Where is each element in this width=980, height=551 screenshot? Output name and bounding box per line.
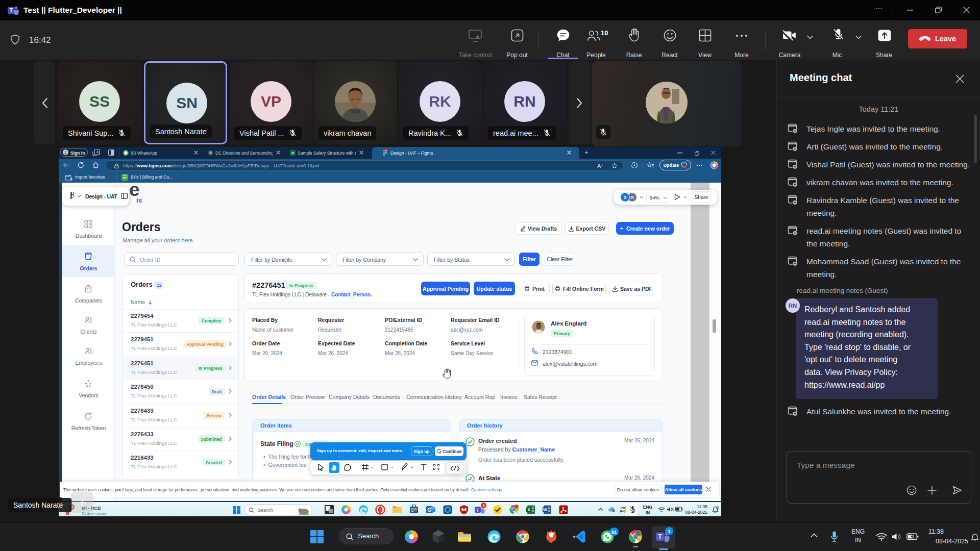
order-row[interactable]: 2276450TL Flex Holdings LLCDraft: [123, 380, 238, 404]
shared-sync-icon[interactable]: [619, 506, 626, 513]
shared-lang2[interactable]: IN: [642, 510, 653, 515]
browser-menu-icon[interactable]: [696, 164, 702, 166]
participant-tile-vikram[interactable]: vikram chavan: [314, 61, 397, 144]
new-tab-icon[interactable]: +: [584, 148, 589, 156]
read-aloud-icon[interactable]: A: [597, 163, 603, 169]
bills-bookmark-label[interactable]: Bills | Billing and Co...: [131, 174, 173, 180]
sort-desc-icon[interactable]: [148, 300, 152, 305]
camera-chevron-icon[interactable]: [807, 35, 813, 39]
start-icon[interactable]: [310, 530, 324, 543]
allow-cookies-button[interactable]: Allow all cookies: [665, 485, 702, 494]
mic-button[interactable]: Mic: [824, 20, 850, 60]
spotlight-tile[interactable]: [592, 61, 742, 146]
copilot-icon[interactable]: [710, 161, 718, 169]
approval-pending-button[interactable]: Approval Pending: [421, 282, 470, 295]
participant-tile-sn[interactable]: SNSantosh Narate: [144, 61, 227, 144]
create-order-button[interactable]: +Create new order: [616, 222, 674, 235]
cookie-settings-link[interactable]: Cookies settings: [471, 487, 502, 492]
leave-button[interactable]: Leave: [908, 29, 967, 48]
layout-panel-icon[interactable]: [121, 193, 128, 199]
frame-tool-icon[interactable]: [362, 464, 369, 470]
zoom-control[interactable]: 94%: [646, 192, 669, 203]
emoji-icon[interactable]: [906, 485, 917, 495]
chevron-down-icon[interactable]: [640, 196, 644, 199]
signup-button[interactable]: Sign up: [411, 446, 432, 456]
shared-volume-muted-icon[interactable]: [667, 507, 674, 512]
tray-mic-icon[interactable]: [830, 531, 839, 543]
shared-outlook-icon[interactable]: [426, 505, 436, 515]
order-row[interactable]: 2279451TL Flex Holdings LLCApproval Pend…: [123, 333, 238, 356]
browser-tab[interactable]: xSample Salary Structure with calc: [287, 147, 369, 159]
order-row[interactable]: 2276433TL Flex Holdings LLCSubmitted: [123, 428, 238, 451]
participant-tile-rn[interactable]: RNread.ai mee...: [483, 61, 567, 144]
tray-notification-icon[interactable]: [971, 533, 979, 541]
participant-tile-vp[interactable]: VPVishal Patil ...: [230, 61, 313, 144]
shared-store-icon[interactable]: [409, 505, 419, 515]
name-column-header[interactable]: Name: [131, 299, 145, 305]
shared-tray-chevron-icon[interactable]: [598, 508, 603, 511]
tab-close-icon[interactable]: [194, 151, 198, 155]
detail-tab[interactable]: Company Details: [329, 394, 370, 400]
participant-tile-rk[interactable]: RKRavindra K...: [399, 61, 482, 144]
shared-notification-icon[interactable]: [712, 506, 719, 513]
order-search-input[interactable]: Order ID: [124, 253, 239, 266]
shared-opera-icon[interactable]: [375, 505, 385, 515]
import-favorites-label[interactable]: Import favorites: [75, 174, 105, 180]
favorites-list-icon[interactable]: [647, 162, 654, 169]
shared-wifi-icon[interactable]: [658, 507, 665, 512]
back-icon[interactable]: [63, 162, 69, 168]
figma-share-button[interactable]: Share: [691, 191, 712, 203]
chat-close-icon[interactable]: [955, 74, 964, 83]
close-icon[interactable]: [963, 7, 970, 13]
contact-phone[interactable]: 2123874901: [543, 349, 572, 355]
browser-tab[interactable]: Design - UAT – Figma: [372, 147, 579, 159]
bills-favicon[interactable]: [121, 174, 128, 181]
shared-start-icon[interactable]: [233, 506, 240, 514]
tab-close-icon[interactable]: [276, 151, 280, 155]
taskbar-chrome-2[interactable]: [628, 530, 644, 545]
detail-tab[interactable]: Order Details: [252, 394, 286, 400]
sidebar-item-orders[interactable]: Orders: [62, 265, 115, 271]
edge-icon[interactable]: [487, 530, 501, 544]
refresh-icon[interactable]: [78, 162, 84, 168]
detail-tab[interactable]: Communication History: [406, 394, 462, 400]
vertical-tabs-icon[interactable]: [108, 149, 115, 156]
cookie-close-icon[interactable]: [706, 487, 711, 492]
chat-input-box[interactable]: Type a message: [787, 451, 971, 504]
present-play-icon[interactable]: [674, 193, 680, 201]
camera-button[interactable]: Camera: [775, 20, 804, 60]
home-icon[interactable]: [92, 162, 99, 168]
dev-mode-toggle[interactable]: [446, 462, 463, 473]
browser-signin-button[interactable]: Sign in: [60, 148, 88, 157]
file-explorer-icon[interactable]: [457, 530, 472, 544]
shared-date[interactable]: 08-04-2025: [683, 510, 707, 515]
page-scrollbar[interactable]: [709, 183, 721, 502]
pen-tool-icon[interactable]: [402, 463, 408, 470]
import-favorites-icon[interactable]: [65, 174, 72, 181]
clear-filter-button[interactable]: Clear Filter: [545, 253, 575, 266]
sidebar-item-vendors[interactable]: Vendors: [62, 392, 115, 398]
send-icon[interactable]: [952, 485, 963, 495]
take-control-button[interactable]: Take control: [457, 20, 494, 60]
minimize-icon[interactable]: [907, 10, 913, 11]
detail-tab[interactable]: Invoice: [500, 394, 517, 400]
taskbar-whatsapp[interactable]: 81: [600, 530, 619, 545]
order-row[interactable]: 2276451TL Flex Holdings LLCIn Progress: [123, 357, 238, 380]
people-button[interactable]: 10People: [582, 20, 611, 60]
contact-person-link[interactable]: Contact_Person.: [331, 292, 372, 297]
view-drafts-button[interactable]: View Drafts: [516, 222, 561, 235]
shared-acrobat-icon[interactable]: [558, 505, 569, 515]
actions-tool-icon[interactable]: [433, 464, 440, 470]
deny-cookies-button[interactable]: Do not allow cookies: [615, 485, 662, 494]
sidebar-item-refresh-token[interactable]: Refresh Token: [62, 425, 115, 431]
share-button[interactable]: Share: [871, 20, 897, 60]
react-button[interactable]: React: [656, 20, 684, 60]
filter-company-dropdown[interactable]: Filter by Company: [336, 253, 424, 266]
shared-lang1[interactable]: ENG: [642, 505, 653, 510]
filmstrip-next-button[interactable]: [569, 61, 590, 144]
browser-tab[interactable]: (6) WhatsApp: [120, 147, 203, 159]
tray-lang1[interactable]: ENG: [849, 528, 867, 535]
chevron-down-icon[interactable]: [371, 466, 374, 469]
brave-icon[interactable]: [544, 530, 558, 544]
save-as-pdf-button[interactable]: Save as PDF: [609, 282, 655, 295]
